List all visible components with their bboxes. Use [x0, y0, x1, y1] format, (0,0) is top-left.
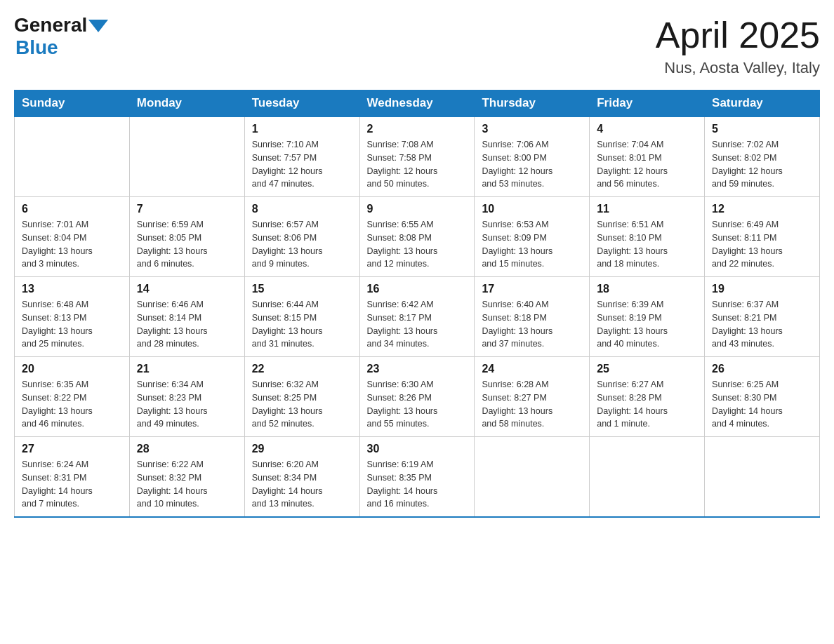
calendar-day-cell: 15Sunrise: 6:44 AM Sunset: 8:15 PM Dayli… — [244, 277, 359, 357]
day-info: Sunrise: 7:04 AM Sunset: 8:01 PM Dayligh… — [597, 138, 697, 191]
column-header-friday: Friday — [590, 90, 705, 117]
calendar-day-cell: 21Sunrise: 6:34 AM Sunset: 8:23 PM Dayli… — [129, 357, 244, 437]
day-number: 18 — [597, 283, 697, 295]
day-info: Sunrise: 6:53 AM Sunset: 8:09 PM Dayligh… — [482, 218, 582, 271]
calendar-day-cell: 14Sunrise: 6:46 AM Sunset: 8:14 PM Dayli… — [129, 277, 244, 357]
day-info: Sunrise: 6:57 AM Sunset: 8:06 PM Dayligh… — [252, 218, 352, 271]
day-number: 24 — [482, 363, 582, 375]
day-info: Sunrise: 6:39 AM Sunset: 8:19 PM Dayligh… — [597, 298, 697, 351]
day-info: Sunrise: 6:49 AM Sunset: 8:11 PM Dayligh… — [712, 218, 812, 271]
calendar-day-cell — [15, 116, 130, 197]
day-info: Sunrise: 6:22 AM Sunset: 8:32 PM Dayligh… — [137, 458, 237, 511]
calendar-week-row: 6Sunrise: 7:01 AM Sunset: 8:04 PM Daylig… — [15, 197, 820, 277]
day-info: Sunrise: 6:28 AM Sunset: 8:27 PM Dayligh… — [482, 378, 582, 431]
day-number: 29 — [252, 443, 352, 455]
calendar-day-cell: 10Sunrise: 6:53 AM Sunset: 8:09 PM Dayli… — [475, 197, 590, 277]
calendar-day-cell: 19Sunrise: 6:37 AM Sunset: 8:21 PM Dayli… — [705, 277, 820, 357]
day-info: Sunrise: 6:46 AM Sunset: 8:14 PM Dayligh… — [137, 298, 237, 351]
page-header: General Blue April 2025 Nus, Aosta Valle… — [14, 14, 820, 77]
logo: General Blue — [14, 14, 108, 59]
calendar-header-row: SundayMondayTuesdayWednesdayThursdayFrid… — [15, 90, 820, 117]
calendar-day-cell: 17Sunrise: 6:40 AM Sunset: 8:18 PM Dayli… — [475, 277, 590, 357]
column-header-saturday: Saturday — [705, 90, 820, 117]
day-info: Sunrise: 6:55 AM Sunset: 8:08 PM Dayligh… — [367, 218, 468, 271]
column-header-thursday: Thursday — [475, 90, 590, 117]
day-info: Sunrise: 6:44 AM Sunset: 8:15 PM Dayligh… — [252, 298, 352, 351]
calendar-table: SundayMondayTuesdayWednesdayThursdayFrid… — [14, 90, 820, 518]
day-number: 3 — [482, 123, 582, 135]
calendar-day-cell: 1Sunrise: 7:10 AM Sunset: 7:57 PM Daylig… — [244, 116, 359, 197]
calendar-day-cell: 5Sunrise: 7:02 AM Sunset: 8:02 PM Daylig… — [705, 116, 820, 197]
calendar-day-cell: 4Sunrise: 7:04 AM Sunset: 8:01 PM Daylig… — [590, 116, 705, 197]
day-info: Sunrise: 6:20 AM Sunset: 8:34 PM Dayligh… — [252, 458, 352, 511]
day-number: 7 — [137, 203, 237, 215]
column-header-monday: Monday — [129, 90, 244, 117]
day-number: 28 — [137, 443, 237, 455]
calendar-day-cell: 8Sunrise: 6:57 AM Sunset: 8:06 PM Daylig… — [244, 197, 359, 277]
logo-text: General — [14, 14, 108, 36]
day-info: Sunrise: 7:02 AM Sunset: 8:02 PM Dayligh… — [712, 138, 812, 191]
calendar-day-cell — [129, 116, 244, 197]
day-info: Sunrise: 6:40 AM Sunset: 8:18 PM Dayligh… — [482, 298, 582, 351]
calendar-week-row: 13Sunrise: 6:48 AM Sunset: 8:13 PM Dayli… — [15, 277, 820, 357]
calendar-day-cell: 3Sunrise: 7:06 AM Sunset: 8:00 PM Daylig… — [475, 116, 590, 197]
calendar-day-cell: 18Sunrise: 6:39 AM Sunset: 8:19 PM Dayli… — [590, 277, 705, 357]
day-info: Sunrise: 6:19 AM Sunset: 8:35 PM Dayligh… — [367, 458, 468, 511]
logo-general-text: General — [14, 14, 87, 36]
day-info: Sunrise: 6:51 AM Sunset: 8:10 PM Dayligh… — [597, 218, 697, 271]
day-number: 9 — [367, 203, 468, 215]
calendar-day-cell: 28Sunrise: 6:22 AM Sunset: 8:32 PM Dayli… — [129, 437, 244, 518]
calendar-day-cell: 24Sunrise: 6:28 AM Sunset: 8:27 PM Dayli… — [475, 357, 590, 437]
title-area: April 2025 Nus, Aosta Valley, Italy — [656, 14, 820, 77]
day-number: 11 — [597, 203, 697, 215]
calendar-day-cell: 9Sunrise: 6:55 AM Sunset: 8:08 PM Daylig… — [359, 197, 475, 277]
day-info: Sunrise: 6:27 AM Sunset: 8:28 PM Dayligh… — [597, 378, 697, 431]
calendar-day-cell: 2Sunrise: 7:08 AM Sunset: 7:58 PM Daylig… — [359, 116, 475, 197]
day-number: 4 — [597, 123, 697, 135]
day-info: Sunrise: 6:25 AM Sunset: 8:30 PM Dayligh… — [712, 378, 812, 431]
day-info: Sunrise: 6:34 AM Sunset: 8:23 PM Dayligh… — [137, 378, 237, 431]
column-header-wednesday: Wednesday — [359, 90, 475, 117]
day-number: 23 — [367, 363, 468, 375]
day-number: 5 — [712, 123, 812, 135]
calendar-day-cell — [705, 437, 820, 518]
day-info: Sunrise: 7:01 AM Sunset: 8:04 PM Dayligh… — [22, 218, 122, 271]
day-info: Sunrise: 6:37 AM Sunset: 8:21 PM Dayligh… — [712, 298, 812, 351]
calendar-day-cell: 23Sunrise: 6:30 AM Sunset: 8:26 PM Dayli… — [359, 357, 475, 437]
day-info: Sunrise: 7:10 AM Sunset: 7:57 PM Dayligh… — [252, 138, 352, 191]
calendar-day-cell: 11Sunrise: 6:51 AM Sunset: 8:10 PM Dayli… — [590, 197, 705, 277]
calendar-day-cell: 6Sunrise: 7:01 AM Sunset: 8:04 PM Daylig… — [15, 197, 130, 277]
calendar-day-cell: 27Sunrise: 6:24 AM Sunset: 8:31 PM Dayli… — [15, 437, 130, 518]
day-number: 21 — [137, 363, 237, 375]
calendar-day-cell: 12Sunrise: 6:49 AM Sunset: 8:11 PM Dayli… — [705, 197, 820, 277]
day-number: 2 — [367, 123, 468, 135]
calendar-title: April 2025 — [656, 14, 820, 56]
day-info: Sunrise: 6:32 AM Sunset: 8:25 PM Dayligh… — [252, 378, 352, 431]
calendar-day-cell: 13Sunrise: 6:48 AM Sunset: 8:13 PM Dayli… — [15, 277, 130, 357]
day-number: 26 — [712, 363, 812, 375]
day-number: 20 — [22, 363, 122, 375]
calendar-day-cell: 7Sunrise: 6:59 AM Sunset: 8:05 PM Daylig… — [129, 197, 244, 277]
calendar-day-cell: 20Sunrise: 6:35 AM Sunset: 8:22 PM Dayli… — [15, 357, 130, 437]
day-info: Sunrise: 6:35 AM Sunset: 8:22 PM Dayligh… — [22, 378, 122, 431]
calendar-week-row: 27Sunrise: 6:24 AM Sunset: 8:31 PM Dayli… — [15, 437, 820, 518]
calendar-week-row: 1Sunrise: 7:10 AM Sunset: 7:57 PM Daylig… — [15, 116, 820, 197]
day-number: 13 — [22, 283, 122, 295]
day-info: Sunrise: 7:06 AM Sunset: 8:00 PM Dayligh… — [482, 138, 582, 191]
day-number: 10 — [482, 203, 582, 215]
day-number: 6 — [22, 203, 122, 215]
calendar-day-cell: 26Sunrise: 6:25 AM Sunset: 8:30 PM Dayli… — [705, 357, 820, 437]
day-number: 16 — [367, 283, 468, 295]
logo-arrow-icon — [88, 20, 108, 32]
calendar-day-cell: 29Sunrise: 6:20 AM Sunset: 8:34 PM Dayli… — [244, 437, 359, 518]
day-number: 22 — [252, 363, 352, 375]
calendar-day-cell: 30Sunrise: 6:19 AM Sunset: 8:35 PM Dayli… — [359, 437, 475, 518]
day-number: 1 — [252, 123, 352, 135]
day-number: 19 — [712, 283, 812, 295]
logo-blue-text: Blue — [15, 36, 58, 59]
day-info: Sunrise: 6:48 AM Sunset: 8:13 PM Dayligh… — [22, 298, 122, 351]
day-number: 27 — [22, 443, 122, 455]
calendar-week-row: 20Sunrise: 6:35 AM Sunset: 8:22 PM Dayli… — [15, 357, 820, 437]
day-info: Sunrise: 7:08 AM Sunset: 7:58 PM Dayligh… — [367, 138, 468, 191]
day-number: 17 — [482, 283, 582, 295]
